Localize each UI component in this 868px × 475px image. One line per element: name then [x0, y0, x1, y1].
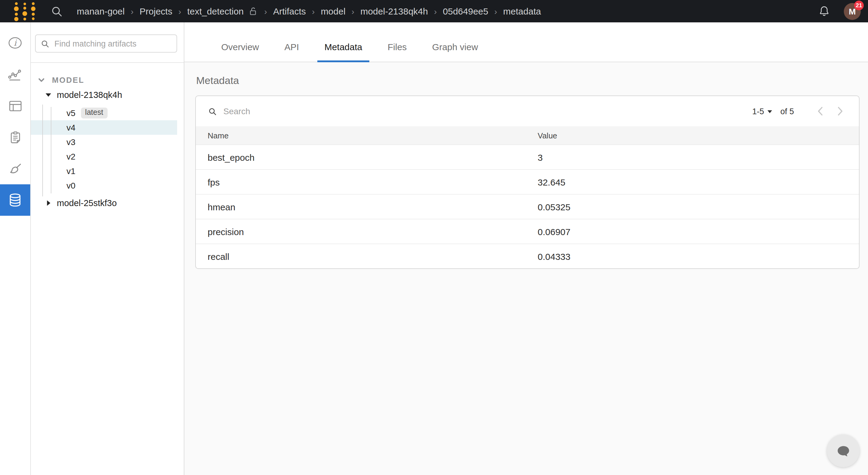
- table-header-row: Name Value: [195, 126, 859, 145]
- breadcrumb-separator: ›: [130, 6, 133, 16]
- column-header-value: Value: [538, 131, 859, 140]
- metadata-value: 0.04333: [538, 251, 859, 261]
- nav-item-reports[interactable]: [0, 122, 30, 153]
- tab-metadata[interactable]: Metadata: [317, 42, 369, 62]
- bell-icon: [818, 5, 831, 18]
- version-label: v4: [66, 123, 75, 132]
- tree-group-label: MODEL: [52, 75, 84, 84]
- wandb-dots-icon: [11, 1, 39, 22]
- table-row: best_epoch 3: [195, 145, 859, 169]
- breadcrumb-artifact-version[interactable]: 05d649ee5: [443, 6, 488, 16]
- tree-item-version-v3[interactable]: v3: [31, 135, 184, 149]
- metadata-section: Metadata 1-5: [184, 62, 868, 475]
- help-chat-button[interactable]: [827, 435, 860, 467]
- main-content: Overview API Metadata Files Graph view M…: [184, 22, 868, 475]
- artifact-search-input[interactable]: [53, 38, 172, 49]
- breadcrumb-metadata[interactable]: metadata: [503, 6, 541, 16]
- version-label: v3: [66, 137, 75, 147]
- nav-item-artifacts[interactable]: [0, 184, 30, 216]
- table-search-input[interactable]: [222, 106, 752, 117]
- tree-item-artifact-2138qk4h[interactable]: model-2138qk4h: [31, 87, 184, 103]
- clipboard-icon: [7, 130, 23, 145]
- artifact-tree: MODEL model-2138qk4h v5 latest v4: [31, 63, 184, 211]
- tab-api[interactable]: API: [277, 42, 306, 62]
- metadata-value: 0.05325: [538, 201, 859, 212]
- table-search-box: [208, 106, 752, 117]
- breadcrumb-artifact-type[interactable]: model: [321, 6, 345, 16]
- artifact-search-box: [35, 34, 177, 53]
- caret-down-icon[interactable]: [45, 92, 51, 98]
- page-total-label: of 5: [780, 107, 794, 116]
- brush-icon: [7, 161, 23, 176]
- table-row: recall 0.04333: [195, 244, 859, 268]
- pagination: 1-5 of 5: [752, 104, 846, 118]
- info-icon: i: [7, 35, 23, 51]
- tree-item-version-v5[interactable]: v5 latest: [31, 106, 184, 120]
- wandb-logo[interactable]: [11, 1, 39, 22]
- breadcrumb-separator: ›: [312, 6, 315, 16]
- tree-item-version-v2[interactable]: v2: [31, 149, 184, 164]
- metadata-key: fps: [195, 177, 538, 187]
- column-header-name: Name: [195, 131, 538, 140]
- table-toolbar: 1-5 of 5: [195, 96, 859, 126]
- breadcrumb-project-name[interactable]: text_detection: [187, 6, 244, 16]
- metadata-key: hmean: [195, 201, 538, 212]
- tree-item-version-v0[interactable]: v0: [31, 178, 184, 193]
- tree-group-model[interactable]: MODEL: [31, 72, 184, 87]
- chevron-left-icon: [816, 106, 824, 117]
- previous-page-button[interactable]: [813, 104, 827, 118]
- breadcrumb-separator: ›: [264, 6, 267, 16]
- notifications-button[interactable]: [818, 5, 831, 18]
- metadata-table-card: 1-5 of 5: [195, 95, 859, 269]
- tree-item-artifact-25stkf3o[interactable]: model-25stkf3o: [31, 195, 184, 211]
- tree-guide-line: [42, 104, 42, 196]
- nav-item-charts[interactable]: [0, 59, 30, 90]
- tab-graph-view[interactable]: Graph view: [425, 42, 485, 62]
- version-list: v5 latest v4 v3 v2 v1: [31, 106, 184, 193]
- breadcrumb-separator: ›: [494, 6, 497, 16]
- nav-rail: i: [0, 22, 31, 475]
- tab-files[interactable]: Files: [380, 42, 414, 62]
- breadcrumb-projects[interactable]: Projects: [140, 6, 172, 16]
- avatar-wrap: M 21: [844, 3, 861, 20]
- notification-count-badge: 21: [854, 0, 864, 10]
- latest-badge: latest: [81, 107, 107, 119]
- metadata-value: 32.645: [538, 177, 859, 187]
- caret-right-icon[interactable]: [45, 200, 51, 206]
- page-range-label: 1-5: [752, 107, 764, 116]
- global-search-button[interactable]: [50, 4, 63, 18]
- breadcrumb-separator: ›: [178, 6, 181, 16]
- table-row: hmean 0.05325: [195, 194, 859, 219]
- breadcrumb-entity[interactable]: manan-goel: [77, 6, 125, 16]
- page-range-dropdown[interactable]: 1-5: [752, 107, 773, 116]
- version-label: v0: [66, 181, 75, 190]
- search-icon: [50, 4, 63, 18]
- tree-item-version-v4[interactable]: v4: [31, 120, 177, 135]
- svg-text:i: i: [14, 38, 17, 48]
- metadata-key: best_epoch: [195, 152, 538, 162]
- breadcrumb-separator: ›: [434, 6, 437, 16]
- artifact-browser-panel: MODEL model-2138qk4h v5 latest v4: [31, 22, 184, 475]
- tree-item-version-v1[interactable]: v1: [31, 164, 184, 178]
- table-row: fps 32.645: [195, 169, 859, 194]
- unlock-icon: [248, 6, 258, 16]
- version-label: v5: [66, 108, 75, 118]
- nav-item-tables[interactable]: [0, 90, 30, 122]
- breadcrumb-separator: ›: [351, 6, 354, 16]
- top-bar: manan-goel › Projects › text_detection ›…: [0, 0, 868, 22]
- table-row: precision 0.06907: [195, 219, 859, 244]
- breadcrumb-artifacts[interactable]: Artifacts: [273, 6, 306, 16]
- next-page-button[interactable]: [833, 104, 846, 118]
- artifact-name: model-2138qk4h: [57, 90, 122, 100]
- app-body: i: [0, 22, 868, 475]
- nav-item-sweeps[interactable]: [0, 153, 30, 184]
- caret-down-icon: [767, 108, 773, 114]
- tree-guide-line: [51, 107, 51, 193]
- nav-item-overview[interactable]: i: [0, 27, 30, 59]
- table-panel-icon: [7, 98, 23, 113]
- metadata-value: 0.06907: [538, 226, 859, 236]
- metadata-value: 3: [538, 152, 859, 162]
- database-icon: [7, 192, 23, 208]
- breadcrumb-artifact-name[interactable]: model-2138qk4h: [360, 6, 428, 16]
- tab-overview[interactable]: Overview: [214, 42, 266, 62]
